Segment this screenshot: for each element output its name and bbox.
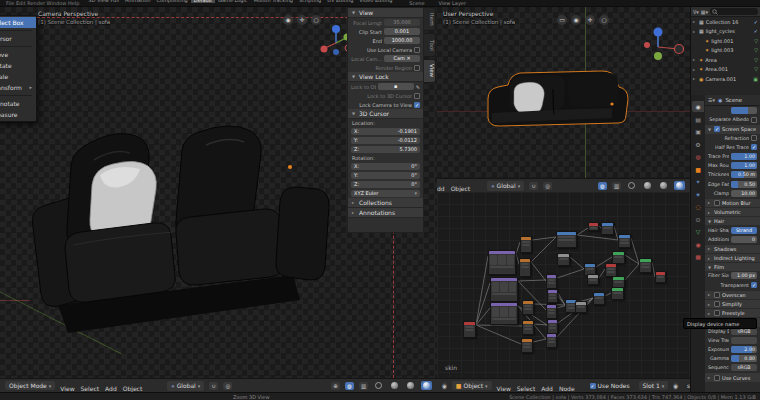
mode-selector[interactable]: Object Mode▾ — [5, 381, 55, 390]
panel-arrow[interactable]: ▸ — [708, 256, 712, 261]
lightdata-badge-icon[interactable]: ▽ — [754, 57, 758, 63]
annotations-panel-header[interactable]: ▸Annotations — [348, 208, 423, 218]
shading-rendered-icon[interactable] — [421, 381, 432, 390]
panel-overscan[interactable]: ▸Overscan — [705, 290, 760, 299]
clip-end-field[interactable]: 1000.00 — [384, 37, 420, 44]
cursor-field-Z[interactable]: Z:0° — [351, 181, 420, 188]
prop-row-sequencer[interactable]: SequencersRGB — [705, 363, 760, 372]
prop-row-max-roughness[interactable]: Max Roughness1.00 — [705, 161, 760, 170]
panel-arrow[interactable]: ▼ — [708, 265, 712, 270]
outliner-row-light_cycles[interactable]: ▸▦light_cycles✓ — [691, 27, 760, 37]
workspace-tab-uv-editing[interactable]: UV Editing — [324, 0, 356, 3]
lock-to-object-field[interactable]: ▪ — [378, 83, 414, 90]
prop-row-thickness[interactable]: Thickness0.50 m — [705, 170, 760, 179]
shader-node-29[interactable] — [655, 271, 666, 283]
tool-menu-item-cursor[interactable]: Cursor — [0, 33, 36, 44]
properties-tab-world-icon[interactable]: ◍ — [692, 151, 704, 162]
view-panel-header[interactable]: ▼View — [348, 8, 423, 18]
menu-add[interactable]: Add — [105, 385, 117, 392]
outliner-row-camera-001[interactable]: ▸◉Camera.001▣ — [691, 74, 760, 84]
menu-node[interactable]: Node — [559, 385, 575, 392]
shader-node-3[interactable] — [490, 302, 518, 325]
panel-hair[interactable]: ▼Hair — [705, 216, 760, 225]
euler-select[interactable]: XYZ Euler▾ — [351, 190, 420, 197]
shader-node-10[interactable] — [547, 289, 558, 303]
additional-subdiv-slider[interactable]: 0 — [731, 236, 757, 243]
shader-node-5[interactable] — [519, 258, 531, 277]
expand-arrow[interactable]: ▸ — [693, 76, 697, 81]
shading-solid-icon-2[interactable] — [642, 181, 653, 190]
tool-menu-item-annotate[interactable]: Annotate — [0, 98, 36, 109]
outliner-row-light-001[interactable]: ✶light.001▽ — [691, 36, 760, 46]
panel-screen-space-reflections[interactable]: ▼✓Screen Space Reflections — [705, 124, 760, 133]
clamp-slider[interactable]: 10.00 — [731, 190, 757, 197]
orientation-selector-2[interactable]: ⌖Global▾ — [487, 181, 524, 191]
gizmo-toggle-icon[interactable]: ⊕ — [331, 382, 340, 390]
shading-material-icon-2[interactable] — [658, 181, 669, 190]
hair-shape-type-button[interactable]: Strand — [731, 227, 757, 234]
cursor-panel-header[interactable]: ▼3D Cursor — [348, 109, 423, 119]
lock-3d-cursor-checkbox[interactable] — [414, 93, 420, 99]
proportional-edit-icon[interactable]: ◎ — [223, 382, 232, 390]
outliner-search-input[interactable] — [710, 8, 758, 15]
panel-simplify[interactable]: ▸Simplify — [705, 299, 760, 308]
properties-tab-material-icon[interactable]: ◉ — [692, 239, 704, 250]
shader-node-8[interactable] — [521, 338, 533, 353]
prop-row-exposure[interactable]: Exposure2.00 — [705, 345, 760, 354]
camera-view-icon[interactable]: ◉ — [283, 15, 293, 25]
shader-node-24[interactable] — [605, 263, 617, 277]
overlays-icon-2[interactable]: ◍ — [598, 182, 607, 190]
edge-fading-slider[interactable]: 0.50 — [731, 181, 757, 188]
menu-view[interactable]: View — [60, 385, 74, 392]
half-res-trace-checkbox[interactable]: ✓ — [751, 144, 757, 150]
panel-freestyle[interactable]: ▸Freestyle — [705, 308, 760, 317]
shader-node-21[interactable] — [601, 222, 614, 235]
shader-node-26[interactable] — [611, 287, 624, 300]
panel-indirect-lighting[interactable]: ▸Indirect Lighting — [705, 253, 760, 262]
prop-row-additional-subdiv[interactable]: Additional Subdiv0 — [705, 235, 760, 244]
render-region-checkbox[interactable] — [414, 65, 420, 71]
max-roughness-slider[interactable]: 1.00 — [731, 162, 757, 169]
workspace-tab-video-editing[interactable]: Video Editing — [356, 0, 395, 3]
properties-editor-icon[interactable]: ☰▾ — [708, 97, 715, 103]
outliner-row-light-003[interactable]: ✶light.003▽ — [691, 46, 760, 56]
shader-node-15[interactable] — [557, 253, 570, 266]
sidebar-tab-view[interactable]: View — [424, 59, 436, 83]
workspace-tab-default[interactable]: Default — [191, 0, 215, 3]
properties-tab-particles-icon[interactable]: ✷ — [692, 189, 704, 200]
exposure-slider[interactable]: 2.00 — [731, 346, 757, 353]
properties-tab-constraints-icon[interactable]: ⊙ — [692, 214, 704, 225]
prop-row-gamma[interactable]: Gamma0.80 — [705, 354, 760, 363]
menu-object[interactable]: Object — [451, 185, 471, 192]
shader-node-11[interactable] — [546, 304, 557, 319]
outliner-row-area[interactable]: ▸✶Area▽ — [691, 55, 760, 65]
panel-checkbox[interactable] — [714, 200, 720, 206]
menu-object[interactable]: Object — [123, 385, 143, 392]
properties-tab-output-icon[interactable]: ▤ — [692, 114, 704, 125]
shading-solid-icon[interactable] — [389, 381, 400, 390]
view-lock-header[interactable]: ▼View Lock — [348, 72, 423, 82]
material-name-field[interactable]: skin — [683, 381, 690, 390]
xray-icon[interactable]: ▥ — [359, 382, 368, 390]
panel-arrow[interactable]: ▼ — [708, 219, 712, 224]
panel-film[interactable]: ▼Film — [705, 262, 760, 271]
check-badge-icon[interactable]: ✓ — [754, 28, 758, 34]
collection-display-icon[interactable]: ▦▾ — [701, 9, 708, 15]
panel-arrow[interactable]: ▸ — [708, 200, 712, 205]
shading-wireframe-icon-2[interactable] — [626, 181, 637, 190]
panel-arrow[interactable]: ▸ — [708, 292, 712, 297]
tool-menu-item-scale[interactable]: Scale — [0, 71, 36, 82]
panel-arrow[interactable]: ▼ — [708, 127, 712, 132]
clip-start-field[interactable]: 0.001 — [384, 28, 420, 35]
render-preview-icon[interactable]: ◉ — [571, 15, 581, 25]
cursor-field-Y[interactable]: Y:0° — [351, 172, 420, 179]
menu-add[interactable]: Add — [437, 185, 445, 192]
pan-hand-icon[interactable]: ✛ — [297, 15, 307, 25]
orientation-gizmo-2[interactable] — [640, 23, 684, 67]
prop-row-half-res-trace[interactable]: Half Res Trace✓ — [705, 143, 760, 152]
prop-row-value[interactable] — [705, 106, 760, 115]
viewport-3d-secondary[interactable]: User Perspective (1) Scene Collection | … — [437, 7, 690, 178]
camera-view-icon-2[interactable]: ▭ — [557, 15, 567, 25]
local-camera-field[interactable]: Cam ✕ — [384, 55, 420, 62]
sequencer-select[interactable]: sRGB — [731, 364, 757, 371]
